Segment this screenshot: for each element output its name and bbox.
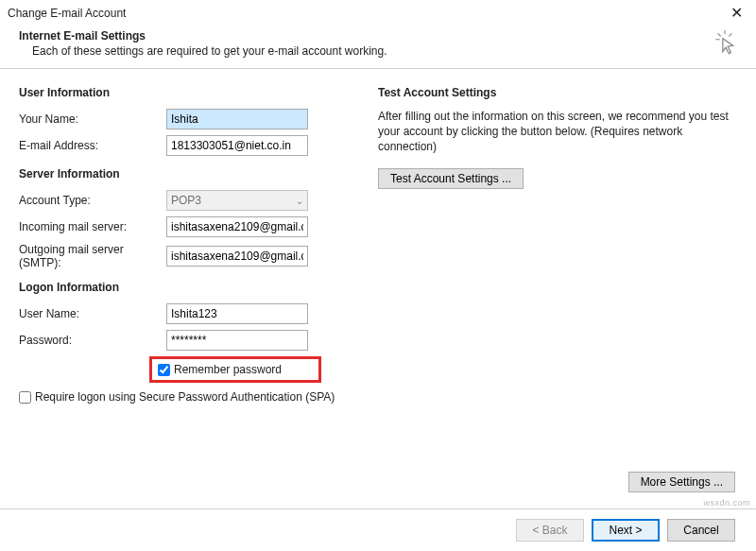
email-input[interactable] bbox=[166, 135, 308, 156]
account-type-label: Account Type: bbox=[19, 194, 166, 207]
window-title: Change E-mail Account bbox=[8, 7, 126, 20]
remember-password-label: Remember password bbox=[174, 363, 282, 376]
logon-info-title: Logon Information bbox=[19, 281, 340, 294]
right-column: Test Account Settings After filling out … bbox=[378, 86, 737, 404]
outgoing-server-input[interactable] bbox=[166, 246, 308, 267]
next-button[interactable]: Next > bbox=[592, 519, 660, 542]
incoming-server-input[interactable] bbox=[166, 216, 308, 237]
password-label: Password: bbox=[19, 334, 166, 347]
title-bar: Change E-mail Account ✕ bbox=[0, 0, 756, 24]
user-info-title: User Information bbox=[19, 86, 340, 99]
remember-password-checkbox[interactable] bbox=[158, 364, 170, 376]
close-icon[interactable]: ✕ bbox=[725, 4, 748, 22]
left-column: User Information Your Name: E-mail Addre… bbox=[19, 86, 340, 404]
your-name-input[interactable] bbox=[166, 109, 308, 129]
test-account-button[interactable]: Test Account Settings ... bbox=[378, 168, 524, 189]
svg-line-2 bbox=[718, 33, 721, 36]
cancel-button[interactable]: Cancel bbox=[667, 519, 735, 542]
account-type-value: POP3 bbox=[171, 194, 201, 207]
cursor-click-icon bbox=[713, 29, 737, 60]
header: Internet E-mail Settings Each of these s… bbox=[0, 24, 756, 68]
back-button: < Back bbox=[516, 519, 584, 542]
svg-line-3 bbox=[729, 33, 731, 36]
spa-label: Require logon using Secure Password Auth… bbox=[35, 390, 335, 404]
incoming-label: Incoming mail server: bbox=[19, 220, 166, 233]
more-settings-button[interactable]: More Settings ... bbox=[628, 472, 735, 492]
header-subtitle: Each of these settings are required to g… bbox=[19, 44, 387, 58]
account-type-select: POP3 ⌄ bbox=[166, 190, 308, 211]
outgoing-label: Outgoing mail server (SMTP): bbox=[19, 243, 166, 269]
username-label: User Name: bbox=[19, 307, 166, 320]
email-label: E-mail Address: bbox=[19, 139, 166, 152]
test-settings-title: Test Account Settings bbox=[378, 86, 737, 99]
footer-buttons: < Back Next > Cancel bbox=[516, 519, 735, 542]
test-settings-desc: After filling out the information on thi… bbox=[378, 109, 737, 155]
chevron-down-icon: ⌄ bbox=[296, 196, 303, 206]
remember-password-highlight: Remember password bbox=[149, 356, 321, 383]
password-input[interactable] bbox=[166, 330, 308, 351]
header-title: Internet E-mail Settings bbox=[19, 29, 387, 43]
spa-checkbox[interactable] bbox=[19, 391, 31, 404]
your-name-label: Your Name: bbox=[19, 112, 166, 126]
server-info-title: Server Information bbox=[19, 167, 340, 181]
username-input[interactable] bbox=[166, 303, 308, 324]
watermark: wsxdn.com bbox=[703, 498, 750, 508]
